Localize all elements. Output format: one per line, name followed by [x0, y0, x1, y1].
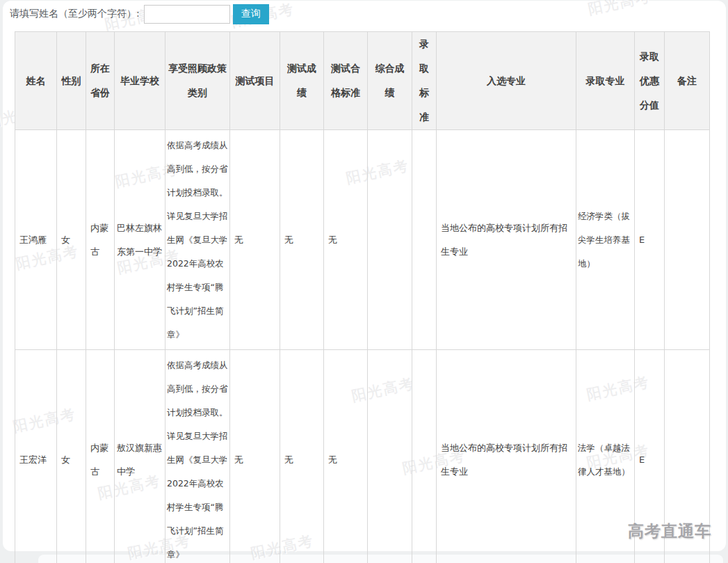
cell-remarks: [665, 350, 710, 563]
cell-policy-category: 依据高考成绩从高到低，按分省计划投档录取。详见复旦大学招生网《复旦大学2022年…: [165, 130, 230, 350]
cell-name: 王宏洋: [15, 350, 57, 563]
cell-province: 内蒙古: [86, 130, 115, 350]
column-header-comprehensive-score: 综合成绩: [368, 32, 412, 130]
column-header-gender: 性别: [57, 32, 86, 130]
cell-admission-standard: [412, 350, 437, 563]
table-row: 王鸿雁 女 内蒙古 巴林左旗林东第一中学 依据高考成绩从高到低，按分省计划投档录…: [15, 130, 710, 350]
column-header-test-item: 测试项目: [230, 32, 280, 130]
cell-admitted-major: 法学（卓越法律人才基地）: [576, 350, 635, 563]
search-bar: 请填写姓名（至少两个字符）: 查询: [10, 3, 269, 24]
cell-test-pass-standard: 无: [324, 130, 368, 350]
cell-school: 敖汉旗新惠中学: [115, 350, 165, 563]
column-header-school: 毕业学校: [115, 32, 165, 130]
name-search-input[interactable]: [144, 5, 230, 24]
cell-selected-major: 当地公布的高校专项计划所有招生专业: [437, 350, 576, 563]
cell-test-score: 无: [280, 130, 324, 350]
query-button[interactable]: 查询: [233, 4, 269, 24]
column-header-admission-standard: 录取标准: [412, 32, 437, 130]
cell-name: 王鸿雁: [15, 130, 57, 350]
column-header-remarks: 备注: [665, 32, 710, 130]
cell-test-item: 无: [230, 130, 280, 350]
cell-bonus-points: E: [635, 130, 665, 350]
cell-comprehensive-score: [368, 130, 412, 350]
table-row: 王宏洋 女 内蒙古 敖汉旗新惠中学 依据高考成绩从高到低，按分省计划投档录取。详…: [15, 350, 710, 563]
cell-admission-standard: [412, 130, 437, 350]
cell-school: 巴林左旗林东第一中学: [115, 130, 165, 350]
cell-bonus-points: E: [635, 350, 665, 563]
cell-selected-major: 当地公布的高校专项计划所有招生专业: [437, 130, 576, 350]
column-header-test-score: 测试成绩: [280, 32, 324, 130]
column-header-test-pass-standard: 测试合格标准: [324, 32, 368, 130]
cell-admitted-major: 经济学类（拔尖学生培养基地）: [576, 130, 635, 350]
cell-remarks: [665, 130, 710, 350]
cell-province: 内蒙古: [86, 350, 115, 563]
cell-test-item: 无: [230, 350, 280, 563]
cell-test-score: 无: [280, 350, 324, 563]
header-row: 姓名 性别 所在省份 毕业学校 享受照顾政策类别 测试项目 测试成绩 测试合格标…: [15, 32, 710, 130]
column-header-name: 姓名: [15, 32, 57, 130]
results-table: 姓名 性别 所在省份 毕业学校 享受照顾政策类别 测试项目 测试成绩 测试合格标…: [15, 31, 710, 563]
column-header-selected-major: 入选专业: [437, 32, 576, 130]
cell-gender: 女: [57, 350, 86, 563]
column-header-bonus-points: 录取优惠分值: [635, 32, 665, 130]
search-label: 请填写姓名（至少两个字符）:: [10, 8, 140, 20]
cell-policy-category: 依据高考成绩从高到低，按分省计划投档录取。详见复旦大学招生网《复旦大学2022年…: [165, 350, 230, 563]
column-header-policy-category: 享受照顾政策类别: [165, 32, 230, 130]
cell-test-pass-standard: 无: [324, 350, 368, 563]
column-header-admitted-major: 录取专业: [576, 32, 635, 130]
column-header-province: 所在省份: [86, 32, 115, 130]
cell-comprehensive-score: [368, 350, 412, 563]
cell-gender: 女: [57, 130, 86, 350]
